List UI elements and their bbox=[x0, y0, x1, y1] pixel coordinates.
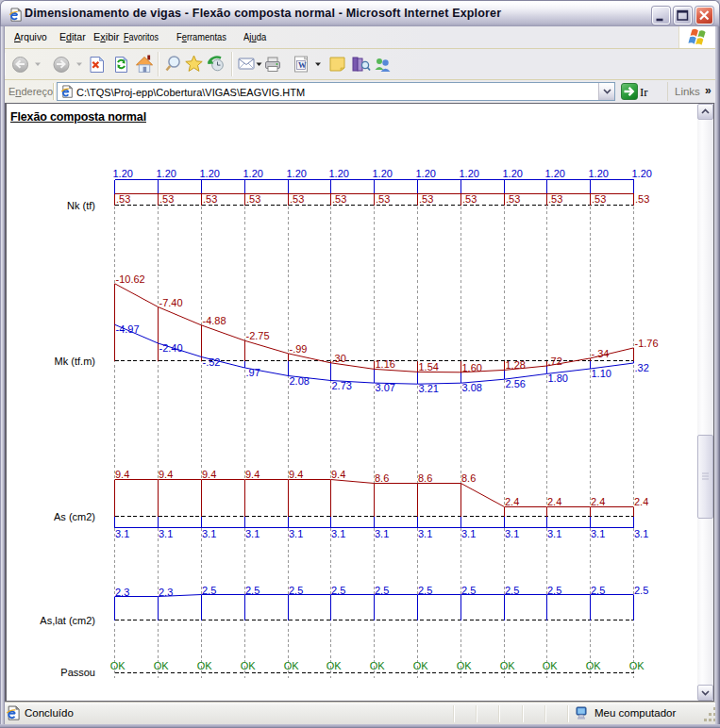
svg-text:As (cm2): As (cm2) bbox=[54, 511, 95, 522]
svg-text:3.1: 3.1 bbox=[159, 528, 173, 539]
svg-text:2.4: 2.4 bbox=[547, 496, 561, 507]
svg-text:2.08: 2.08 bbox=[290, 375, 310, 387]
svg-text:2.5: 2.5 bbox=[547, 585, 561, 596]
svg-text:-4.97: -4.97 bbox=[116, 323, 140, 335]
svg-text:1.54: 1.54 bbox=[419, 361, 439, 372]
svg-text:2.5: 2.5 bbox=[245, 585, 260, 596]
svg-text:.32: .32 bbox=[635, 362, 649, 373]
svg-text:.53: .53 bbox=[419, 193, 433, 205]
svg-text:.53: .53 bbox=[592, 193, 606, 205]
svg-text:3.08: 3.08 bbox=[462, 382, 482, 393]
svg-text:1.20: 1.20 bbox=[632, 168, 652, 179]
svg-text:9.4: 9.4 bbox=[245, 469, 260, 480]
svg-text:3.21: 3.21 bbox=[419, 383, 439, 394]
svg-text:.53: .53 bbox=[376, 193, 390, 205]
svg-text:2.5: 2.5 bbox=[505, 585, 519, 596]
svg-text:1.20: 1.20 bbox=[157, 168, 176, 179]
svg-text:1.16: 1.16 bbox=[376, 358, 395, 370]
svg-text:-2.75: -2.75 bbox=[246, 330, 270, 341]
svg-text:OK: OK bbox=[284, 660, 300, 671]
svg-text:2.4: 2.4 bbox=[591, 496, 605, 507]
svg-text:-2.40: -2.40 bbox=[159, 342, 183, 354]
svg-text:2.5: 2.5 bbox=[289, 585, 303, 596]
svg-text:-7.40: -7.40 bbox=[159, 297, 183, 308]
svg-text:OK: OK bbox=[500, 660, 516, 671]
svg-text:3.1: 3.1 bbox=[245, 528, 260, 539]
svg-text:3.1: 3.1 bbox=[289, 528, 303, 539]
svg-text:.53: .53 bbox=[246, 193, 260, 205]
svg-text:1.20: 1.20 bbox=[200, 168, 220, 179]
svg-text:.53: .53 bbox=[116, 193, 130, 205]
svg-text:8.6: 8.6 bbox=[375, 472, 389, 484]
svg-text:1.20: 1.20 bbox=[503, 168, 523, 179]
svg-text:Passou: Passou bbox=[60, 667, 95, 678]
svg-text:OK: OK bbox=[197, 660, 213, 671]
svg-text:-4.88: -4.88 bbox=[203, 315, 226, 326]
svg-text:3.07: 3.07 bbox=[376, 382, 395, 393]
svg-text:3.1: 3.1 bbox=[634, 528, 648, 539]
svg-text:2.5: 2.5 bbox=[461, 585, 476, 596]
svg-text:OK: OK bbox=[457, 660, 473, 671]
svg-text:3.1: 3.1 bbox=[505, 528, 519, 539]
svg-text:1.20: 1.20 bbox=[416, 168, 436, 179]
svg-text:1.20: 1.20 bbox=[113, 168, 133, 179]
svg-text:Nk (tf): Nk (tf) bbox=[67, 200, 95, 211]
svg-text:1.20: 1.20 bbox=[329, 168, 349, 179]
svg-text:1.60: 1.60 bbox=[462, 362, 482, 373]
svg-text:3.1: 3.1 bbox=[375, 528, 389, 539]
svg-text:2.5: 2.5 bbox=[634, 585, 648, 596]
svg-text:2.3: 2.3 bbox=[159, 587, 173, 598]
svg-text:OK: OK bbox=[241, 660, 257, 671]
svg-text:1.20: 1.20 bbox=[460, 168, 479, 179]
svg-text:2.3: 2.3 bbox=[115, 587, 129, 598]
svg-text:2.5: 2.5 bbox=[202, 585, 216, 596]
svg-text:OK: OK bbox=[543, 660, 559, 671]
svg-text:1.28: 1.28 bbox=[506, 359, 526, 371]
svg-text:2.73: 2.73 bbox=[332, 380, 352, 391]
svg-text:3.1: 3.1 bbox=[202, 528, 216, 539]
svg-text:3.1: 3.1 bbox=[591, 528, 605, 539]
svg-text:3.1: 3.1 bbox=[461, 528, 476, 539]
svg-text:2.5: 2.5 bbox=[331, 585, 345, 596]
svg-text:-10.62: -10.62 bbox=[116, 273, 145, 285]
svg-text:2.4: 2.4 bbox=[634, 496, 648, 507]
svg-text:Mk (tf.m): Mk (tf.m) bbox=[55, 356, 95, 367]
svg-text:2.56: 2.56 bbox=[506, 378, 526, 389]
svg-text:1.20: 1.20 bbox=[243, 168, 263, 179]
svg-text:.53: .53 bbox=[506, 193, 520, 205]
svg-text:3.1: 3.1 bbox=[418, 528, 432, 539]
svg-text:9.4: 9.4 bbox=[202, 469, 216, 480]
svg-text:9.4: 9.4 bbox=[331, 469, 345, 480]
svg-text:OK: OK bbox=[154, 660, 170, 671]
svg-text:9.4: 9.4 bbox=[159, 469, 173, 480]
svg-text:1.20: 1.20 bbox=[545, 168, 565, 179]
svg-text:As,lat (cm2): As,lat (cm2) bbox=[40, 615, 95, 626]
svg-text:.30: .30 bbox=[332, 353, 346, 364]
svg-text:1.20: 1.20 bbox=[287, 168, 307, 179]
svg-text:1.10: 1.10 bbox=[592, 368, 611, 379]
svg-text:OK: OK bbox=[327, 660, 343, 671]
svg-text:OK: OK bbox=[413, 660, 429, 671]
svg-text:-.52: -.52 bbox=[203, 356, 221, 368]
svg-text:2.4: 2.4 bbox=[505, 496, 519, 507]
svg-text:9.4: 9.4 bbox=[115, 469, 129, 480]
svg-text:OK: OK bbox=[629, 660, 645, 671]
svg-text:2.5: 2.5 bbox=[591, 585, 605, 596]
svg-text:.53: .53 bbox=[635, 193, 649, 205]
svg-text:.53: .53 bbox=[159, 193, 174, 205]
svg-text:2.5: 2.5 bbox=[375, 585, 389, 596]
svg-text:W: W bbox=[298, 60, 307, 70]
svg-text:.97: .97 bbox=[246, 367, 260, 378]
svg-text:-.34: -.34 bbox=[592, 348, 610, 359]
svg-text:8.6: 8.6 bbox=[418, 472, 432, 484]
svg-text:OK: OK bbox=[370, 660, 386, 671]
svg-text:.53: .53 bbox=[203, 193, 217, 205]
svg-text:3.1: 3.1 bbox=[115, 528, 129, 539]
svg-text:3.1: 3.1 bbox=[547, 528, 561, 539]
svg-text:-1.76: -1.76 bbox=[635, 338, 659, 349]
svg-text:OK: OK bbox=[586, 660, 602, 671]
svg-text:.53: .53 bbox=[548, 193, 562, 205]
svg-text:8.6: 8.6 bbox=[461, 472, 476, 484]
svg-text:1.80: 1.80 bbox=[548, 372, 568, 384]
svg-text:3.1: 3.1 bbox=[331, 528, 345, 539]
